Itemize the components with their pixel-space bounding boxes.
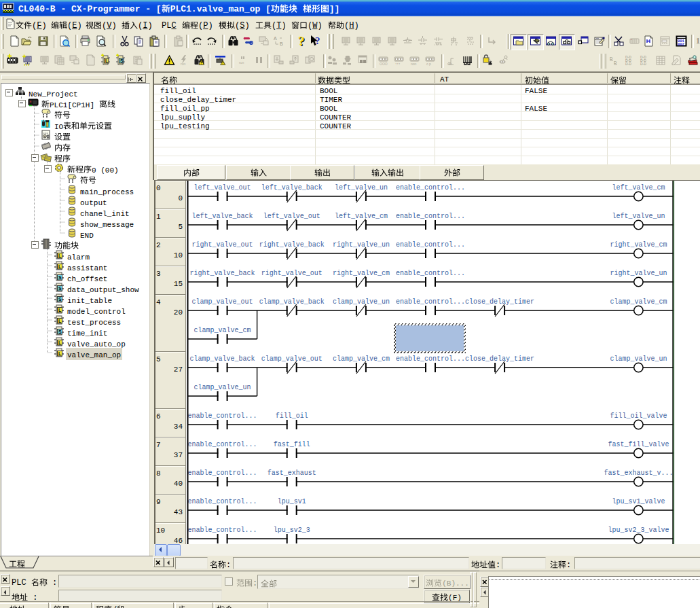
svg-text:3: 3 <box>156 270 161 278</box>
svg-text:10: 10 <box>156 526 165 535</box>
svg-text:fill_oil_valve: fill_oil_valve <box>610 412 667 420</box>
svg-text:enable_control...: enable_control... <box>396 355 465 363</box>
svg-text:D-D: D-D <box>625 62 631 66</box>
svg-text:clamp_valve_out: clamp_valve_out <box>192 298 253 306</box>
svg-text:S: S <box>120 58 124 63</box>
svg-text:4: 4 <box>156 298 161 306</box>
svg-text:10: 10 <box>174 251 183 260</box>
svg-text:enable_control...: enable_control... <box>188 526 257 534</box>
svg-text:1: 1 <box>696 36 700 46</box>
svg-text:27: 27 <box>174 365 183 374</box>
svg-text:D-D: D-D <box>640 62 646 66</box>
svg-text:D: D <box>614 60 617 65</box>
svg-text:right_valve_out: right_valve_out <box>192 241 253 249</box>
svg-text:clamp_valve_un: clamp_valve_un <box>194 384 251 391</box>
svg-text:lpu_sv1: lpu_sv1 <box>278 498 306 505</box>
svg-text:002: 002 <box>678 42 684 47</box>
svg-text:clamp_valve_cm: clamp_valve_cm <box>610 298 667 306</box>
svg-text:L: L <box>58 340 62 345</box>
svg-text:fill_oil: fill_oil <box>276 412 308 420</box>
svg-text:34: 34 <box>174 423 183 431</box>
svg-text:left_valve_un: left_valve_un <box>612 213 665 220</box>
svg-text:clamp_valve_back: clamp_valve_back <box>259 298 325 306</box>
svg-text:right_valve_cm: right_valve_cm <box>333 270 390 277</box>
svg-text:L: L <box>105 58 109 63</box>
svg-text:40: 40 <box>174 480 183 488</box>
svg-text:left_valve_out: left_valve_out <box>263 213 320 220</box>
svg-text:5: 5 <box>178 223 183 231</box>
svg-text:enable_control...: enable_control... <box>396 270 465 277</box>
svg-text:S: S <box>58 329 62 334</box>
svg-text:B: B <box>280 41 283 46</box>
svg-text:20: 20 <box>174 308 183 317</box>
svg-text:close_delay_timer: close_delay_timer <box>465 298 534 306</box>
svg-text:right_valve_cm: right_valve_cm <box>610 241 667 249</box>
svg-text:lpu_sv2_3_valve: lpu_sv2_3_valve <box>608 526 669 534</box>
svg-text:clamp_valve_cm: clamp_valve_cm <box>333 355 390 363</box>
svg-text:clamp_valve_out: clamp_valve_out <box>261 355 323 363</box>
svg-text:0: 0 <box>178 194 183 202</box>
svg-text:run: run <box>181 62 185 66</box>
svg-text:right_valve_un: right_valve_un <box>333 241 390 249</box>
svg-text:15: 15 <box>174 280 183 288</box>
svg-text:?: ? <box>315 35 320 46</box>
svg-text:L: L <box>58 308 62 312</box>
svg-text:lpu_sv2_3: lpu_sv2_3 <box>274 526 310 534</box>
svg-text:S: S <box>58 286 62 291</box>
svg-text:OOO: OOO <box>380 62 388 66</box>
svg-text:0: 0 <box>156 184 161 192</box>
svg-text:S: S <box>58 297 62 302</box>
svg-text:right_valve_out: right_valve_out <box>261 270 323 277</box>
svg-text:clamp_valve_back: clamp_valve_back <box>190 355 255 363</box>
svg-text:2: 2 <box>156 241 161 249</box>
svg-text:?: ? <box>298 34 305 48</box>
svg-text:5: 5 <box>156 355 161 363</box>
svg-text:enable_control...: enable_control... <box>396 213 465 220</box>
svg-text:enable_control...: enable_control... <box>188 441 257 448</box>
svg-text:6: 6 <box>156 412 161 421</box>
svg-text:c.p: c.p <box>426 62 431 66</box>
svg-text:S: S <box>58 275 62 280</box>
svg-text:fast_fill_valve: fast_fill_valve <box>608 441 669 448</box>
svg-text:left_valve_cm: left_valve_cm <box>612 184 665 192</box>
svg-text:lpu_sv1_valve: lpu_sv1_valve <box>612 498 665 505</box>
svg-text:enable_control...: enable_control... <box>396 241 465 249</box>
svg-text:enable_control...: enable_control... <box>188 469 257 477</box>
svg-text:43: 43 <box>174 508 183 516</box>
svg-text:left_valve_cm: left_valve_cm <box>335 213 388 220</box>
svg-text:7: 7 <box>156 441 161 449</box>
svg-text:right_valve_back: right_valve_back <box>259 241 325 249</box>
svg-text:enable_control...: enable_control... <box>396 184 465 192</box>
svg-text:enable_control...: enable_control... <box>188 498 257 505</box>
svg-text:right_valve_back: right_valve_back <box>190 270 255 277</box>
svg-text:clamp_valve_cm: clamp_valve_cm <box>194 327 251 334</box>
svg-text:fast_exhaust_v...: fast_exhaust_v... <box>604 469 673 477</box>
svg-text:D: D <box>610 56 613 60</box>
svg-text:close_delay_timer: close_delay_timer <box>465 355 534 363</box>
svg-text:run: run <box>239 60 244 65</box>
svg-text:9: 9 <box>156 498 161 506</box>
svg-text:left_valve_out: left_valve_out <box>194 184 251 192</box>
svg-text:↑↑↑: ↑↑↑ <box>395 62 401 66</box>
svg-text:clamp_valve_un: clamp_valve_un <box>333 298 390 306</box>
svg-text:L: L <box>58 319 62 323</box>
svg-text:ran: ran <box>447 62 452 66</box>
svg-text:L: L <box>58 264 62 269</box>
svg-text:fast_fill: fast_fill <box>274 441 310 448</box>
svg-text:1: 1 <box>156 213 161 221</box>
svg-text:left_valve_un: left_valve_un <box>335 184 388 192</box>
svg-text:right_valve_un: right_valve_un <box>610 270 667 277</box>
svg-text:left_valve_back: left_valve_back <box>261 184 323 192</box>
svg-text:37: 37 <box>174 451 183 459</box>
svg-text:8: 8 <box>156 469 161 478</box>
svg-text:enable_control...: enable_control... <box>188 412 257 420</box>
svg-text:L: L <box>58 351 62 356</box>
svg-text:left_valve_back: left_valve_back <box>192 213 253 220</box>
svg-text:clamp_valve_un: clamp_valve_un <box>610 355 667 363</box>
svg-text:L: L <box>58 253 62 258</box>
svg-text:A: A <box>274 36 277 41</box>
svg-text:non: non <box>411 62 417 66</box>
svg-text:fast_exhaust: fast_exhaust <box>268 469 316 477</box>
svg-text:enable_control...: enable_control... <box>396 298 465 306</box>
